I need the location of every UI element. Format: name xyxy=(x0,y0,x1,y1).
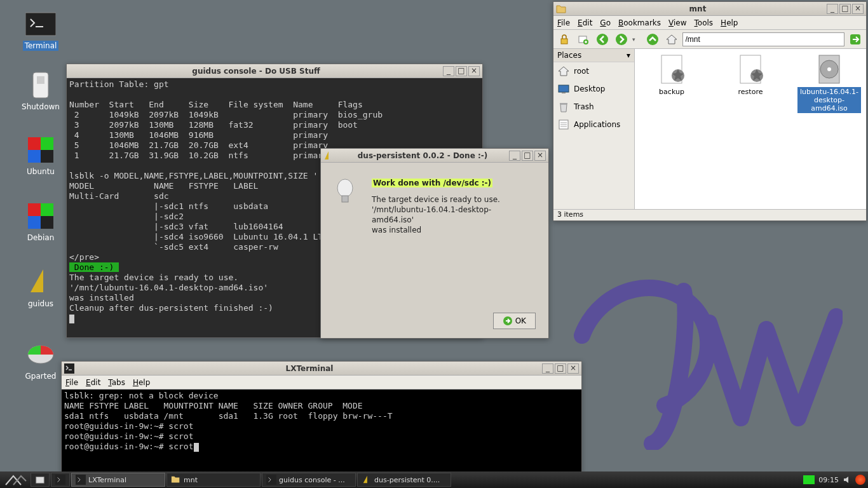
menu-tabs[interactable]: Tabs xyxy=(108,378,125,387)
fm-icon xyxy=(35,475,45,485)
svg-point-18 xyxy=(597,34,608,45)
menu-edit[interactable]: Edit xyxy=(86,378,100,387)
svg-rect-23 xyxy=(562,92,566,93)
dialog-titlebar[interactable]: dus-persistent 0.0.2 - Done :-) _ □ × xyxy=(321,149,548,163)
desktop-icon-label: guidus xyxy=(26,299,55,309)
volume-icon[interactable] xyxy=(843,475,851,484)
close-button[interactable]: × xyxy=(534,151,546,161)
forward-button[interactable] xyxy=(613,31,630,48)
minimize-button[interactable]: _ xyxy=(443,66,454,76)
switch-icon xyxy=(25,70,56,100)
menu-file[interactable]: File xyxy=(65,378,78,387)
svg-rect-38 xyxy=(76,475,86,485)
new-tab-icon[interactable] xyxy=(575,31,592,48)
ok-button[interactable]: OK xyxy=(493,313,536,329)
dus-persistent-dialog[interactable]: dus-persistent 0.0.2 - Done :-) _ □ × Wo… xyxy=(320,148,549,339)
fm-titlebar[interactable]: mnt _ □ × xyxy=(553,2,866,16)
ok-button-label: OK xyxy=(515,316,526,325)
place-applications[interactable]: Applications xyxy=(553,116,634,133)
taskbar-item[interactable]: guidus console - ... xyxy=(262,473,356,487)
minimize-button[interactable]: _ xyxy=(827,4,838,14)
home-button[interactable] xyxy=(663,31,680,48)
minimize-button[interactable]: _ xyxy=(542,363,553,374)
sail-icon xyxy=(25,267,56,297)
fm-statusbar: 3 items xyxy=(553,209,866,220)
file-item[interactable]: lubuntu-16.04.1-desktop-amd64.iso xyxy=(797,54,861,113)
desktop-icon-ubuntu[interactable]: Ubuntu xyxy=(15,135,66,177)
desktop-icon-label: Gparted xyxy=(24,371,58,381)
file-item[interactable]: restore xyxy=(719,54,782,97)
file-label: restore xyxy=(719,87,782,97)
minimize-button[interactable]: _ xyxy=(509,151,520,161)
back-button[interactable] xyxy=(594,31,611,48)
lxterm-titlebar[interactable]: LXTerminal _ □ × xyxy=(62,362,581,376)
place-root[interactable]: root xyxy=(553,62,634,80)
menu-bookmarks[interactable]: Bookmarks xyxy=(618,18,661,27)
maximize-button[interactable]: □ xyxy=(522,151,533,161)
guidus-console-title: guidus console - Do USB Stuff xyxy=(69,67,443,76)
up-button[interactable] xyxy=(644,31,661,48)
lxterm-title: LXTerminal xyxy=(77,364,542,373)
taskbar[interactable]: LXTerminalmntguidus console - ...dus-per… xyxy=(0,471,868,488)
lxterm-menubar[interactable]: FileEditTabsHelp xyxy=(62,376,581,390)
path-input[interactable] xyxy=(682,32,844,46)
desktop-icon-gparted[interactable]: Gparted xyxy=(15,339,66,381)
place-icon xyxy=(557,118,570,131)
fm-menubar[interactable]: FileEditGoBookmarksViewToolsHelp xyxy=(553,16,866,30)
menu-help[interactable]: Help xyxy=(133,378,150,387)
places-header[interactable]: Places▾ xyxy=(553,49,634,62)
file-manager-window[interactable]: mnt _ □ × FileEditGoBookmarksViewToolsHe… xyxy=(553,1,867,221)
menu-file[interactable]: File xyxy=(557,18,570,27)
menu-tools[interactable]: Tools xyxy=(695,18,714,27)
lxterm-output[interactable]: lsblk: grep: not a block device NAME FST… xyxy=(62,390,581,472)
terminal-icon xyxy=(25,9,56,39)
network-indicator-icon[interactable] xyxy=(803,475,815,484)
maximize-button[interactable]: □ xyxy=(456,66,467,76)
fm-toolbar: ▾ xyxy=(553,30,866,49)
lxterminal-window[interactable]: LXTerminal _ □ × FileEditTabsHelp lsblk:… xyxy=(61,361,582,473)
taskbar-item[interactable]: mnt xyxy=(166,473,261,487)
svg-rect-5 xyxy=(28,150,41,163)
fourcolor-icon xyxy=(25,135,56,165)
svg-rect-37 xyxy=(55,475,65,485)
svg-rect-15 xyxy=(561,39,567,44)
taskbar-item[interactable] xyxy=(31,473,50,487)
iso-icon xyxy=(814,54,844,85)
place-desktop[interactable]: Desktop xyxy=(553,80,634,98)
desktop-icon-guidus[interactable]: guidus xyxy=(15,267,66,309)
svg-rect-35 xyxy=(64,363,74,374)
desktop-icon-debian[interactable]: Debian xyxy=(15,201,66,243)
clock[interactable]: 09:15 xyxy=(818,476,839,484)
svg-point-20 xyxy=(647,34,658,45)
place-trash[interactable]: Trash xyxy=(553,98,634,116)
taskbar-item[interactable]: LXTerminal xyxy=(71,473,165,487)
maximize-button[interactable]: □ xyxy=(839,4,851,14)
menu-help[interactable]: Help xyxy=(721,18,738,27)
folder-icon xyxy=(556,4,566,14)
power-button[interactable] xyxy=(855,475,865,485)
file-item[interactable]: backup xyxy=(640,54,703,97)
svg-rect-6 xyxy=(41,150,53,163)
menu-view[interactable]: View xyxy=(668,18,686,27)
menu-edit[interactable]: Edit xyxy=(578,18,592,27)
close-button[interactable]: × xyxy=(468,66,480,76)
dialog-headline: Work done with /dev/sdc :-) xyxy=(372,179,492,187)
taskbar-item[interactable] xyxy=(51,473,70,487)
place-icon xyxy=(557,100,570,113)
go-button[interactable] xyxy=(847,31,864,48)
svg-rect-9 xyxy=(28,216,41,229)
taskbar-item[interactable]: dus-persistent 0.... xyxy=(357,473,451,487)
menu-go[interactable]: Go xyxy=(600,18,611,27)
fm-file-area[interactable]: backuprestorelubuntu-16.04.1-desktop-amd… xyxy=(635,49,866,209)
close-button[interactable]: × xyxy=(852,4,864,14)
folder-icon xyxy=(171,475,181,485)
term-icon xyxy=(266,475,276,485)
maximize-button[interactable]: □ xyxy=(555,363,566,374)
close-button[interactable]: × xyxy=(567,363,579,374)
lock-icon[interactable] xyxy=(556,31,573,48)
dialog-title: dus-persistent 0.0.2 - Done :-) xyxy=(336,151,509,160)
start-menu-button[interactable] xyxy=(3,473,29,487)
desktop-icon-terminal[interactable]: Terminal xyxy=(15,9,66,51)
desktop-icon-shutdown[interactable]: Shutdown xyxy=(15,70,66,112)
guidus-console-titlebar[interactable]: guidus console - Do USB Stuff _ □ × xyxy=(67,64,482,78)
